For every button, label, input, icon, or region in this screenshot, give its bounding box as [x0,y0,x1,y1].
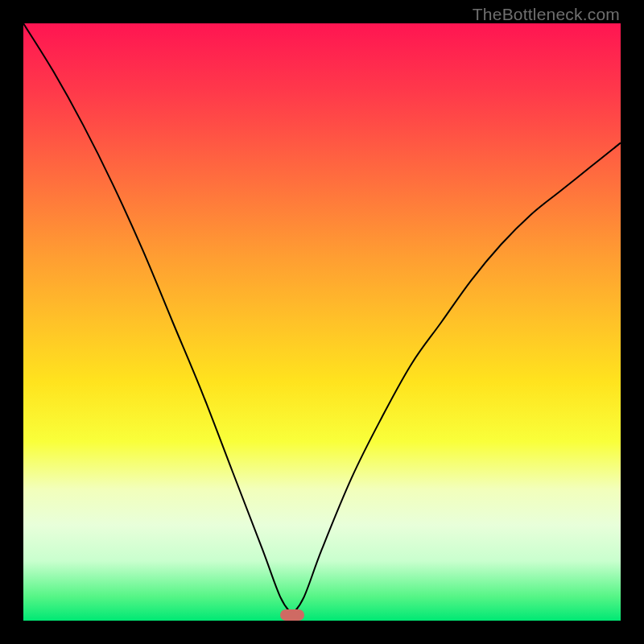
bottleneck-curve [23,23,621,615]
chart-frame: TheBottleneck.com [0,0,644,644]
curve-layer [23,23,621,621]
plot-area [23,23,621,621]
minimum-marker [280,609,304,621]
watermark-text: TheBottleneck.com [473,5,620,24]
